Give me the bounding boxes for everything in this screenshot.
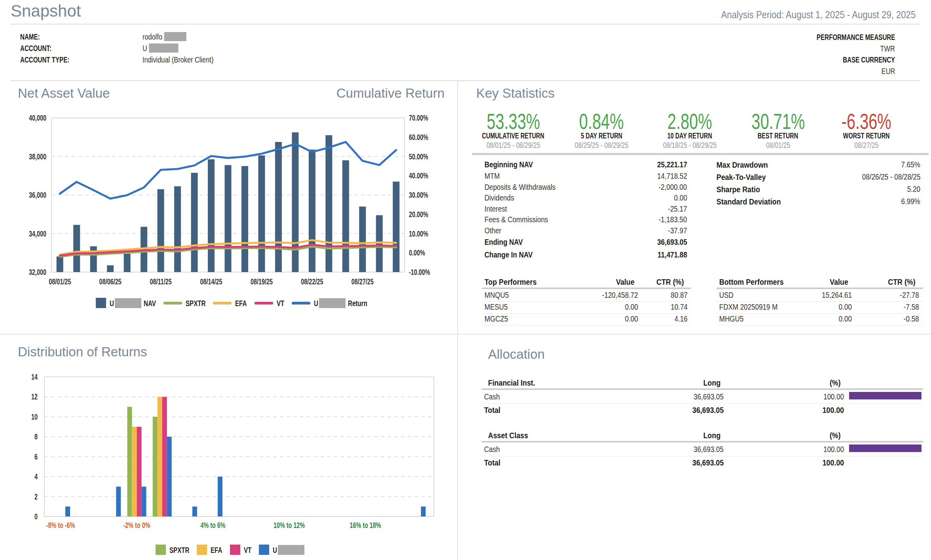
redaction-box <box>278 545 304 555</box>
distribution-x-axis-label: -2% to 0% <box>124 521 150 530</box>
analysis-period: Analysis Period: August 1, 2025 - August… <box>520 9 916 20</box>
distribution-y-axis-label: 2 <box>34 492 38 501</box>
redaction-box <box>164 32 186 41</box>
nav-bar <box>208 159 215 272</box>
allocation-row-pct: 100.00 <box>725 392 844 401</box>
histogram-bar <box>127 407 132 516</box>
page-title: Snapshot <box>11 3 81 19</box>
nav-bar <box>57 257 63 272</box>
distribution-y-axis-labels: 02468101214 <box>31 373 38 521</box>
allocation-title: Allocation <box>488 348 545 361</box>
allocation-total-pct: 100.00 <box>725 458 844 467</box>
stat-dates: 08/01/25 - 08/29/25 <box>469 141 557 149</box>
distribution-y-axis-label: 12 <box>31 392 38 401</box>
performer-ctr: -7.58 <box>800 303 919 311</box>
stat-label: 10 DAY RETURN <box>646 132 734 140</box>
nav-left-axis-label: 34,000 <box>29 229 46 238</box>
account-info-value: U <box>142 44 301 53</box>
performers-row-divider <box>716 301 923 302</box>
key-statistics-title: Key Statistics <box>476 87 555 100</box>
performers-col-ctr: CTR (%) <box>797 277 916 286</box>
nav-bar <box>124 254 131 272</box>
nav-x-axis-label: 08/14/25 <box>200 277 222 286</box>
histogram-bar <box>132 427 137 516</box>
redaction-box <box>149 44 179 53</box>
histogram-bar <box>162 397 167 516</box>
stat-label: BEST RETURN <box>734 132 822 140</box>
nav-bar <box>258 155 265 272</box>
distribution-x-axis-label: 10% to 12% <box>274 521 305 530</box>
legend-swatch <box>259 545 269 555</box>
nav-x-axis-label: 08/27/25 <box>352 277 374 286</box>
legend-label: Return <box>348 299 427 308</box>
performers-header-divider <box>482 288 691 289</box>
nav-bar <box>158 189 164 272</box>
allocation-row-long: 36,693.05 <box>605 445 724 454</box>
stat-value: 53.33% <box>469 110 557 132</box>
allocation-row-divider <box>482 403 922 404</box>
nav-right-axis-label: 30.00% <box>409 191 428 199</box>
performers-row-divider <box>482 313 691 314</box>
performer-ctr: -0.58 <box>800 314 919 323</box>
stat-value: 2.80% <box>646 110 734 132</box>
histogram-bar <box>116 486 121 516</box>
legend-swatch <box>156 545 166 555</box>
legend-swatch <box>163 302 182 305</box>
histogram-bar <box>167 437 172 516</box>
stat-value: 0.84% <box>557 110 646 132</box>
nav-right-axis-label: 20.00% <box>409 210 428 219</box>
distribution-gridlines <box>44 397 434 496</box>
redaction-box <box>319 298 346 308</box>
setting-value: TWR <box>697 44 895 53</box>
nav-bar <box>241 166 248 272</box>
nav-table-value: 14,718.52 <box>568 172 687 180</box>
setting-label: PERFORMANCE MEASURE <box>697 32 895 42</box>
nav-right-axis-labels: 70.00%60.00%50.00%40.00%30.00%20.00%10.0… <box>409 114 430 276</box>
nav-bar <box>292 132 298 272</box>
histogram-bar <box>153 417 158 516</box>
distribution-y-axis-label: 8 <box>34 432 38 441</box>
distribution-y-axis-label: 10 <box>31 412 38 421</box>
stat-dates: 08/25/25 - 08/29/25 <box>557 141 646 149</box>
allocation-col-pct: (%) <box>722 431 841 440</box>
stat-dates: 08/01/25 <box>734 141 822 149</box>
legend-swatch <box>255 302 273 305</box>
nav-right-axis-label: 0.00% <box>409 248 425 257</box>
allocation-row-pct: 100.00 <box>725 445 844 454</box>
distribution-x-axis-label: -8% to -6% <box>46 521 75 530</box>
allocation-col-long: Long <box>602 431 720 440</box>
nav-bar <box>309 149 315 272</box>
nav-bar <box>275 142 282 272</box>
stat-label: WORST RETURN <box>822 132 910 140</box>
distribution-y-axis-label: 4 <box>34 472 38 481</box>
nav-bar <box>73 225 80 272</box>
nav-table-value: -37.97 <box>568 226 687 235</box>
stat-label: 5 DAY RETURN <box>557 132 646 140</box>
nav-bar <box>325 135 332 272</box>
nav-table-value: -25.17 <box>568 204 687 213</box>
nav-x-axis-labels: 08/01/2508/06/2508/11/2508/14/2508/19/25… <box>49 277 374 286</box>
allocation-col-pct: (%) <box>722 378 841 387</box>
nav-bar <box>359 206 366 272</box>
performer-ctr: 80.87 <box>569 291 688 299</box>
allocation-row-divider <box>482 456 922 456</box>
performers-row-divider <box>482 301 691 302</box>
performers-row-divider <box>716 313 923 314</box>
header-divider <box>11 24 920 25</box>
allocation-bar <box>849 445 922 452</box>
nav-bar <box>225 165 232 272</box>
performers-header-divider <box>716 288 923 289</box>
allocation-header-divider <box>482 388 923 390</box>
distribution-y-axis-label: 6 <box>34 452 38 461</box>
allocation-total-pct: 100.00 <box>725 405 844 414</box>
risk-table-value: 6.99% <box>802 197 920 206</box>
stats-divider <box>472 153 929 155</box>
nav-left-axis-label: 38,000 <box>29 152 46 161</box>
nav-table-value: 25,221.17 <box>568 160 687 169</box>
nav-bar <box>90 246 97 272</box>
legend-swatch <box>292 302 310 305</box>
histogram-bar <box>421 507 426 516</box>
nav-x-axis-label: 08/06/25 <box>99 277 122 286</box>
nav-x-axis-label: 08/19/25 <box>251 277 273 286</box>
nav-combo-chart: 40,00038,00036,00034,00032,00070.00%60.0… <box>0 81 458 302</box>
